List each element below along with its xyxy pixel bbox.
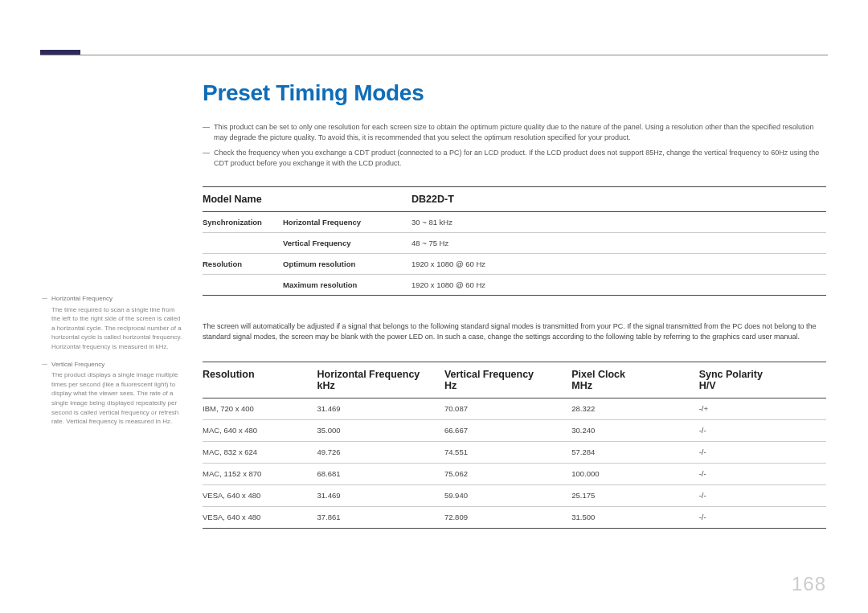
th-pc-label: Pixel Clock	[571, 369, 625, 380]
mid-note: The screen will automatically be adjuste…	[203, 321, 826, 342]
spec-row: SynchronizationHorizontal Frequency30 ~ …	[203, 212, 826, 233]
timing-cell: -/-	[699, 513, 826, 521]
timing-cell: MAC, 1152 x 870	[203, 469, 317, 478]
spec-cell: Resolution	[203, 260, 283, 268]
spec-table-header: Model Name DB22D-T	[203, 186, 826, 212]
side-note: Vertical Frequency The product displays …	[42, 360, 182, 427]
timing-cell: 72.809	[444, 513, 571, 521]
timing-cell: 59.940	[444, 491, 571, 500]
timing-row: IBM, 720 x 40031.46970.08728.322-/+	[203, 398, 826, 420]
side-note: Horizontal Frequency The time required t…	[42, 294, 182, 352]
timing-cell: 100.000	[571, 469, 698, 478]
timing-cell: 66.667	[444, 426, 571, 435]
spec-header-value: DB22D-T	[411, 194, 826, 205]
spec-cell: 48 ~ 75 Hz	[411, 239, 826, 247]
side-note-body: The product displays a single image mult…	[51, 371, 178, 425]
timing-cell: -/-	[699, 469, 826, 478]
timing-row: MAC, 1152 x 87068.68175.062100.000-/-	[203, 464, 826, 485]
timing-cell: MAC, 640 x 480	[203, 426, 317, 435]
timing-cell: 74.551	[444, 447, 571, 456]
th-pc-unit: MHz	[571, 380, 592, 391]
spec-header-blank	[283, 194, 411, 205]
timing-cell: VESA, 640 x 480	[203, 513, 317, 521]
th-pixel-clock: Pixel Clock MHz	[571, 369, 698, 391]
timing-cell: -/-	[699, 426, 826, 435]
timing-row: MAC, 832 x 62449.72674.55157.284-/-	[203, 442, 826, 464]
spec-cell: Synchronization	[203, 218, 283, 227]
timing-cell: 75.062	[444, 469, 571, 478]
spec-cell: 1920 x 1080 @ 60 Hz	[411, 260, 826, 268]
spec-row: Vertical Frequency48 ~ 75 Hz	[203, 233, 826, 254]
timing-cell: 37.861	[317, 513, 444, 521]
top-notes: This product can be set to only one reso…	[203, 122, 826, 174]
timing-cell: -/+	[699, 404, 826, 413]
spec-cell: Optimum resolution	[283, 260, 411, 268]
spec-cell	[203, 280, 283, 289]
timing-cell: 31.500	[571, 513, 698, 521]
page-title: Preset Timing Modes	[203, 80, 424, 106]
th-vf-unit: Hz	[444, 380, 457, 391]
timing-cell: 25.175	[571, 491, 698, 500]
timing-cell: MAC, 832 x 624	[203, 447, 317, 456]
timing-cell: 57.284	[571, 447, 698, 456]
side-note-body: The time required to scan a single line …	[51, 306, 182, 350]
th-hf-label: Horizontal Frequency	[317, 369, 420, 380]
timing-cell: -/-	[699, 491, 826, 500]
timing-cell: 35.000	[317, 426, 444, 435]
side-note-title: Vertical Frequency	[51, 360, 182, 370]
side-notes: Horizontal Frequency The time required t…	[42, 294, 182, 435]
spec-cell: 1920 x 1080 @ 60 Hz	[411, 280, 826, 289]
spec-cell	[203, 239, 283, 247]
spec-header-model: Model Name	[203, 194, 283, 205]
th-hf-unit: kHz	[317, 380, 335, 391]
timing-cell: 31.469	[317, 404, 444, 413]
spec-row: ResolutionOptimum resolution1920 x 1080 …	[203, 254, 826, 275]
th-vf-label: Vertical Frequency	[444, 369, 534, 380]
timing-cell: 30.240	[571, 426, 698, 435]
timing-row: VESA, 640 x 48031.46959.94025.175-/-	[203, 485, 826, 507]
th-sp-unit: H/V	[699, 380, 716, 391]
spec-cell: 30 ~ 81 kHz	[411, 218, 826, 227]
note-item: Check the frequency when you exchange a …	[203, 148, 826, 169]
spec-cell: Horizontal Frequency	[283, 218, 411, 227]
timing-cell: 70.087	[444, 404, 571, 413]
th-vertical-frequency: Vertical Frequency Hz	[444, 369, 571, 391]
timing-table: Resolution Horizontal Frequency kHz Vert…	[203, 362, 826, 529]
page-number: 168	[792, 573, 826, 595]
spec-row: Maximum resolution1920 x 1080 @ 60 Hz	[203, 275, 826, 296]
spec-cell: Maximum resolution	[283, 280, 411, 289]
timing-cell: 68.681	[317, 469, 444, 478]
timing-cell: 31.469	[317, 491, 444, 500]
th-resolution: Resolution	[203, 369, 317, 391]
timing-cell: VESA, 640 x 480	[203, 491, 317, 500]
timing-cell: 49.726	[317, 447, 444, 456]
timing-cell: IBM, 720 x 400	[203, 404, 317, 413]
timing-table-header: Resolution Horizontal Frequency kHz Vert…	[203, 362, 826, 398]
side-note-title: Horizontal Frequency	[51, 294, 182, 304]
timing-cell: 28.322	[571, 404, 698, 413]
th-sync-polarity: Sync Polarity H/V	[699, 369, 826, 391]
timing-row: MAC, 640 x 48035.00066.66730.240-/-	[203, 420, 826, 442]
timing-row: VESA, 640 x 48037.86172.80931.500-/-	[203, 507, 826, 529]
timing-cell: -/-	[699, 447, 826, 456]
th-sp-label: Sync Polarity	[699, 369, 763, 380]
note-item: This product can be set to only one reso…	[203, 122, 826, 143]
spec-table: Model Name DB22D-T SynchronizationHorizo…	[203, 186, 826, 296]
th-horizontal-frequency: Horizontal Frequency kHz	[317, 369, 444, 391]
spec-cell: Vertical Frequency	[283, 239, 411, 247]
top-rule	[40, 55, 828, 55]
